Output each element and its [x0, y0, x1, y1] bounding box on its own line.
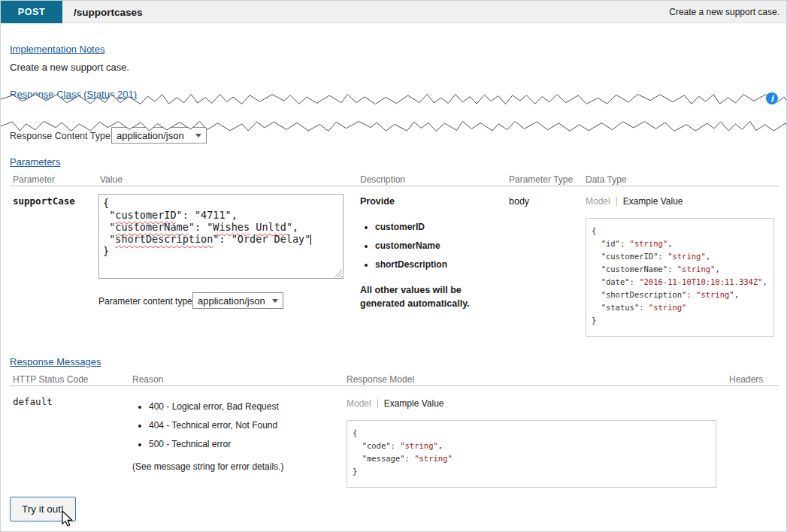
reason-item: 500 - Technical error [149, 439, 279, 449]
parameter-content-type-select[interactable]: application/json [192, 292, 283, 309]
reason-note: (See message string for error details.) [132, 461, 283, 472]
tab-model[interactable]: Model [347, 398, 371, 409]
response-content-type-label: Response Content Type [10, 131, 110, 141]
tab-model[interactable]: Model [586, 196, 610, 207]
description-item: shortDescription [375, 259, 447, 270]
reason-item: 400 - Logical error, Bad Request [149, 401, 279, 412]
description-intro: Provide [360, 196, 395, 207]
resize-grip-icon[interactable] [334, 269, 342, 277]
response-content-type-select[interactable]: application/json [111, 127, 207, 144]
col-headers: Headers [729, 374, 763, 385]
col-parameter-type: Parameter Type [509, 174, 573, 185]
col-reason: Reason [132, 374, 163, 385]
response-model-tabs: Model Example Value [347, 398, 444, 409]
info-icon[interactable]: i [766, 92, 778, 104]
parameter-name: supportCase [13, 195, 75, 207]
response-messages-header-divider [10, 385, 779, 386]
response-model-example-box: { "code": "string", "message": "string" … [347, 420, 716, 488]
description-list: customerID customerName shortDescription [360, 222, 447, 278]
description-item: customerName [375, 240, 447, 251]
description-note: All other values will be generated autom… [360, 283, 503, 310]
endpoint-summary: Create a new support case. [669, 1, 779, 23]
col-value: Value [100, 174, 123, 185]
endpoint-path[interactable]: /supportcases [74, 1, 143, 23]
description-item: customerID [375, 222, 447, 232]
http-method-badge: POST [1, 1, 62, 23]
col-description: Description [360, 174, 405, 185]
response-class-link[interactable]: Response Class (Status 201) [10, 89, 137, 100]
chevron-down-icon [195, 134, 201, 138]
chevron-down-icon [272, 299, 278, 303]
text-caret [310, 234, 311, 245]
response-content-type-value: application/json [117, 130, 184, 141]
implementation-notes-text: Create a new support case. [10, 62, 129, 73]
col-data-type: Data Type [586, 174, 626, 185]
response-messages-link[interactable]: Response Messages [10, 356, 101, 367]
parameters-link[interactable]: Parameters [10, 156, 60, 168]
parameter-type-value: body [509, 196, 529, 207]
tab-example-value[interactable]: Example Value [623, 196, 683, 207]
try-it-out-button[interactable]: Try it out! [10, 497, 76, 521]
parameter-content-type-label: Parameter content type: [98, 296, 195, 307]
data-type-tabs: Model Example Value [586, 196, 683, 207]
parameter-value-editor[interactable]: { "customerID": "4711", "customerName": … [98, 194, 344, 279]
col-parameter: Parameter [13, 174, 55, 185]
tab-divider [616, 197, 617, 206]
col-http-status-code: HTTP Status Code [13, 374, 89, 385]
tab-divider [377, 399, 378, 408]
reason-item: 404 - Technical error, Not Found [149, 420, 279, 431]
data-type-example-box: { "id": "string", "customerID": "string"… [586, 218, 774, 337]
parameter-content-type-value: application/json [198, 295, 265, 307]
implementation-notes-link[interactable]: Implementation Notes [10, 44, 104, 55]
operation-header: POST /supportcases Create a new support … [1, 1, 786, 23]
tab-example-value[interactable]: Example Value [384, 398, 444, 409]
response-status-code: default [13, 396, 53, 407]
reason-list: 400 - Logical error, Bad Request 404 - T… [132, 401, 279, 458]
api-operation-panel: POST /supportcases Create a new support … [0, 0, 787, 532]
parameters-header-divider [10, 186, 779, 186]
col-response-model: Response Model [347, 374, 414, 385]
